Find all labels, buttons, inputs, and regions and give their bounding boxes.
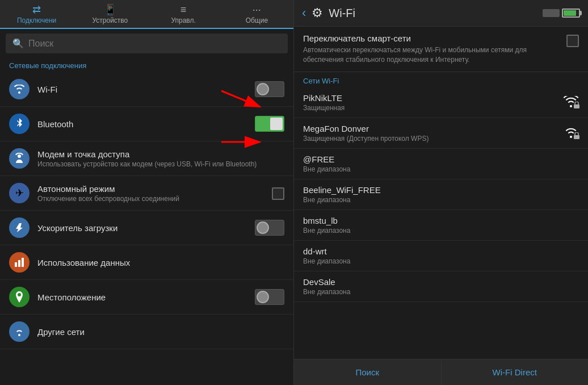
wifi-network-bmstu[interactable]: bmstu_lb Вне диапазона [294,210,588,241]
datausage-icon [9,252,30,273]
settings-item-datausage[interactable]: Использование данных [0,245,293,280]
general-icon: ··· [253,5,261,15]
wifi-direct-button[interactable]: Wi-Fi Direct [442,359,589,385]
location-toggle[interactable] [255,289,284,305]
svg-rect-9 [574,135,579,139]
wifi-signal-piknik [563,96,579,108]
bluetooth-item-text: Bluetooth [37,119,247,129]
section-label-network: Сетевые подключения [0,58,293,72]
tab-manage[interactable]: ≡ Управл. [147,0,220,28]
svg-point-0 [18,154,21,158]
wifi-item-free-status: Вне диапазона [303,165,350,173]
airplane-icon: ✈ [9,183,30,203]
bluetooth-icon [9,114,30,134]
settings-list: Wi-Fi Bluetooth [0,72,293,385]
datausage-item-title: Использование данных [37,258,284,267]
manage-icon: ≡ [180,5,187,15]
tab-manage-label: Управл. [171,16,195,24]
wifi-item-piknik-status: Защищенная [303,104,345,112]
smart-network-section: Переключатель смарт-сети Автоматически п… [294,27,588,72]
smart-network-desc: Автоматически переключаться между Wi-Fi … [303,45,561,65]
wifi-network-megafon[interactable]: MegaFon Donver Защищенная (Доступен прот… [294,118,588,149]
airplane-checkbox[interactable] [272,187,284,200]
tether-item-title: Модем и точка доступа [37,149,284,159]
airplane-item-text: Автономный режим Отключение всех беспров… [37,184,264,203]
wifi-item-bmstu-name: bmstu_lb [303,216,350,225]
bluetooth-toggle[interactable] [255,116,284,132]
wifi-toggle-thumb [257,83,269,95]
tab-general-label: Общие [246,16,268,24]
datausage-item-text: Использование данных [37,258,284,267]
location-toggle-thumb [257,291,269,303]
svg-rect-2 [18,260,20,267]
other-item-text: Другие сети [37,327,284,337]
wifi-networks-list: PikNikLTE Защищенная MegaFon Donver [294,87,588,359]
wifi-networks-label: Сети Wi-Fi [294,72,588,87]
wifi-item-beeline-info: Beeline_WiFi_FREE Вне диапазона [303,185,381,204]
settings-gear-icon[interactable]: ⚙ [312,6,323,20]
smart-network-checkbox[interactable] [566,35,579,47]
signal-bar [543,9,560,17]
tab-bar: ⇄ Подключени 📱 Устройство ≡ Управл. ··· … [0,0,293,29]
booster-icon [9,217,30,238]
tab-general[interactable]: ··· Общие [220,0,293,28]
airplane-item-subtitle: Отключение всех беспроводных соединений [37,195,264,203]
booster-item-text: Ускоритель загрузки [37,223,247,233]
wifi-network-ddwrt[interactable]: dd-wrt Вне диапазона [294,241,588,271]
other-item-title: Другие сети [37,327,284,337]
wifi-toggle[interactable] [255,81,284,97]
wifi-network-devsale[interactable]: DevSale Вне диапазона [294,271,588,302]
settings-item-airplane[interactable]: ✈ Автономный режим Отключение всех беспр… [0,176,293,211]
wifi-item-megafon-name: MegaFon Donver [303,124,429,133]
settings-item-location[interactable]: Местоположение [0,280,293,315]
wifi-item-ddwrt-status: Вне диапазона [303,257,350,265]
wifi-signal-megafon [563,127,579,139]
smart-network-title: Переключатель смарт-сети [303,34,561,43]
wifi-network-beeline[interactable]: Beeline_WiFi_FREE Вне диапазона [294,179,588,210]
tab-connections[interactable]: ⇄ Подключени [0,0,73,29]
settings-item-tether[interactable]: Модем и точка доступа Использовать устро… [0,141,293,176]
wifi-item-devsale-name: DevSale [303,277,350,287]
wifi-network-piknik[interactable]: PikNikLTE Защищенная [294,87,588,118]
wifi-item-beeline-status: Вне диапазона [303,196,381,204]
smart-network-text: Переключатель смарт-сети Автоматически п… [303,34,561,65]
tab-device-label: Устройство [92,16,128,24]
wifi-item-title: Wi-Fi [37,85,247,94]
booster-toggle-thumb [257,221,269,234]
settings-item-wifi[interactable]: Wi-Fi [0,72,293,107]
tether-icon [9,148,30,169]
tether-item-text: Модем и точка доступа Использовать устро… [37,149,284,168]
wifi-item-piknik-info: PikNikLTE Защищенная [303,93,345,112]
tab-connections-label: Подключени [17,16,56,24]
wifi-item-piknik-name: PikNikLTE [303,93,345,103]
wifi-item-bmstu-status: Вне диапазона [303,227,350,235]
booster-toggle[interactable] [255,220,284,236]
settings-item-bluetooth[interactable]: Bluetooth [0,107,293,141]
right-panel: ‹ ⚙ Wi-Fi Переключатель смарт-сети Автом… [294,0,588,385]
settings-item-booster[interactable]: Ускоритель загрузки [0,211,293,245]
airplane-item-title: Автономный режим [37,184,264,194]
tab-device[interactable]: 📱 Устройство [73,0,146,28]
battery-icon [562,9,580,18]
connections-icon: ⇄ [32,5,41,15]
wifi-header: ‹ ⚙ Wi-Fi [294,0,588,27]
svg-rect-8 [574,104,579,108]
wifi-page-title: Wi-Fi [329,7,537,20]
tether-item-subtitle: Использовать устройство как модем (через… [37,160,284,168]
search-button[interactable]: Поиск [294,359,442,385]
bluetooth-toggle-thumb [270,118,283,130]
battery-area [543,9,580,18]
back-button[interactable]: ‹ [302,6,306,20]
booster-item-title: Ускоритель загрузки [37,223,247,233]
search-input[interactable] [28,39,281,49]
left-panel: ⇄ Подключени 📱 Устройство ≡ Управл. ··· … [0,0,294,385]
device-icon: 📱 [104,5,116,15]
settings-item-other[interactable]: Другие сети [0,315,293,349]
wifi-icon [9,79,30,99]
location-item-title: Местоположение [37,292,247,302]
bottom-bar: Поиск Wi-Fi Direct [294,359,588,385]
wifi-item-free-name: @FREE [303,154,350,164]
wifi-network-free[interactable]: @FREE Вне диапазона [294,149,588,179]
wifi-item-beeline-name: Beeline_WiFi_FREE [303,185,381,195]
other-icon [9,321,30,342]
